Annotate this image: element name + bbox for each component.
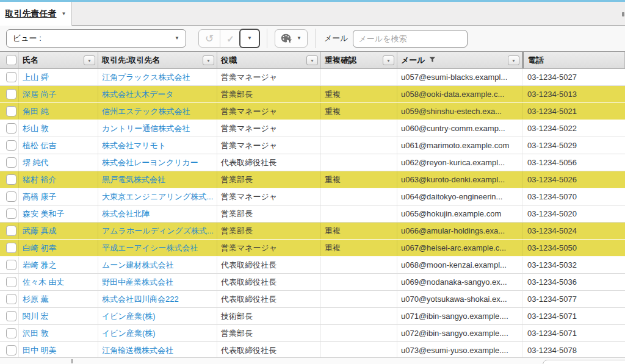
contact-name-link[interactable]: 堺 純代 — [23, 157, 49, 168]
account-name-link[interactable]: 江角輸送機株式会社 — [102, 345, 173, 356]
dup-cell — [321, 120, 397, 137]
contact-name-link[interactable]: 上山 舜 — [23, 72, 49, 83]
column-menu-button[interactable]: ▼ — [84, 55, 95, 65]
email-search-label: メール — [324, 33, 349, 44]
account-name-link[interactable]: 黒戸電気株式会社 — [102, 174, 165, 185]
row-checkbox[interactable] — [6, 123, 16, 134]
title-cell: 代表取締役社長 — [217, 274, 321, 290]
row-checkbox[interactable] — [6, 140, 16, 151]
confirm-button[interactable]: ✓ — [220, 30, 240, 47]
title-cell: 営業マネージャ — [217, 120, 321, 137]
table-row[interactable]: 堺 純代株式会社レーヨンクリカー代表取締役社長u062@reyon-kurica… — [0, 154, 625, 171]
row-checkbox[interactable] — [6, 243, 16, 253]
table-row[interactable]: 岩崎 雅之ムーン建材株式会社代表取締役社長u068@moon-kenzai.ex… — [0, 257, 625, 274]
table-row[interactable]: 田中 明美江角輸送機株式会社代表取締役社長u073@esumi-yuso.exa… — [0, 342, 625, 359]
contact-name-link[interactable]: 角田 純 — [23, 106, 49, 117]
tab-contacts[interactable]: 取引先責任者 ▼ — [0, 2, 72, 26]
contact-name-link[interactable]: 関川 宏 — [23, 311, 49, 322]
table-row[interactable]: 沢田 敦イビン産業(株)営業部長u072@ibin-sangyo.example… — [0, 325, 625, 342]
actions-dropdown-button[interactable]: ▼ — [239, 29, 260, 48]
contact-name-link[interactable]: 猪村 裕介 — [23, 174, 57, 185]
contact-name-link[interactable]: 深居 尚子 — [23, 89, 57, 100]
table-row[interactable]: 佐々木 由丈野田中産業株式会社代表取締役社長u069@nodanaka-sang… — [0, 274, 625, 291]
contact-name-link[interactable]: 岩崎 雅之 — [23, 260, 57, 271]
select-all-checkbox[interactable] — [6, 55, 16, 65]
row-checkbox[interactable] — [6, 260, 16, 270]
row-checkbox[interactable] — [6, 209, 16, 219]
contact-name-link[interactable]: 沢田 敦 — [23, 328, 49, 339]
app-window: 取引先責任者 ▼ ビュー : ▼ ↺ ✓ ▼ — [0, 0, 625, 364]
email-text: u057@esumi-blacks.exampl... — [401, 73, 507, 82]
account-name-link[interactable]: 株式会社四川商会222 — [102, 294, 179, 305]
email-cell: u057@esumi-blacks.exampl... — [397, 69, 522, 85]
email-search-input[interactable] — [353, 30, 468, 48]
view-selector[interactable]: ビュー : ▼ — [6, 29, 186, 48]
column-header-name[interactable]: 氏名▼ — [19, 52, 98, 68]
column-header-title[interactable]: 役職▼ — [217, 52, 321, 68]
contact-name-link[interactable]: 杉原 薫 — [23, 294, 49, 305]
row-checkbox[interactable] — [6, 157, 16, 168]
table-row[interactable]: 関川 宏イビン産業(株)技術部長u071@ibin-sangyo.example… — [0, 308, 625, 325]
row-checkbox[interactable] — [6, 226, 16, 236]
row-checkbox[interactable] — [6, 72, 16, 82]
table-row[interactable]: 杉原 薫株式会社四川商会222代表取締役社長u070@yotsukawa-sho… — [0, 291, 625, 308]
table-row[interactable]: 武藤 真成アムラホールディングズ株式...営業部長重複u066@amular-h… — [0, 223, 625, 240]
row-checkbox[interactable] — [6, 294, 16, 304]
table-row[interactable]: 森安 美和子株式会社北陣営業部長u065@hokujin.example.com… — [0, 205, 625, 223]
row-checkbox[interactable] — [6, 89, 16, 99]
contact-name-link[interactable]: 森安 美和子 — [23, 209, 65, 219]
row-checkbox[interactable] — [6, 191, 16, 202]
table-row[interactable]: 深居 尚子株式会社大木データ営業部長重複u058@ooki-data.examp… — [0, 86, 625, 103]
account-name-link[interactable]: 信州エステック株式会社 — [102, 106, 190, 117]
account-name-link[interactable]: アムラホールディングズ株式... — [102, 226, 214, 237]
highlight-filter-button[interactable]: ▼ — [275, 29, 308, 48]
column-header-dup[interactable]: 重複確認▼ — [321, 52, 397, 68]
account-name-link[interactable]: 株式会社マリモト — [102, 140, 166, 151]
account-name-link[interactable]: 江角プラックス株式会社 — [102, 72, 190, 83]
account-name-link[interactable]: 株式会社北陣 — [102, 209, 150, 219]
account-name-link[interactable]: イビン産業(株) — [102, 311, 156, 322]
table-row[interactable]: 杉山 敦カントリー通信株式会社営業マネージャu060@cuntry-comm.e… — [0, 120, 625, 137]
row-checkbox[interactable] — [6, 311, 16, 321]
scrollbar-thumb[interactable] — [543, 360, 625, 364]
contact-name-link[interactable]: 武藤 真成 — [23, 226, 57, 237]
row-checkbox[interactable] — [6, 277, 16, 287]
account-name-link[interactable]: 大東京エンジニアリング株式... — [102, 191, 213, 202]
row-checkbox[interactable] — [6, 328, 16, 338]
contact-name-link[interactable]: 白崎 初幸 — [23, 243, 57, 254]
account-name-link[interactable]: カントリー通信株式会社 — [102, 123, 190, 134]
contact-name-link[interactable]: 佐々木 由丈 — [23, 277, 65, 288]
column-header-email[interactable]: メール▼ — [397, 52, 522, 68]
contact-name-link[interactable]: 田中 明美 — [23, 345, 57, 356]
table-row[interactable]: 植松 伝吉株式会社マリモト営業マネージャu061@marimoto.exampl… — [0, 137, 625, 154]
contact-name-link[interactable]: 植松 伝吉 — [23, 140, 57, 151]
account-name-link[interactable]: 株式会社レーヨンクリカー — [102, 157, 198, 168]
account-name-link[interactable]: イビン産業(株) — [102, 328, 156, 339]
account-name-link[interactable]: 株式会社大木データ — [102, 89, 174, 100]
column-header-account[interactable]: 取引先:取引先名▼ — [98, 52, 217, 68]
table-row[interactable]: 上山 舜江角プラックス株式会社営業マネージャu057@esumi-blacks.… — [0, 69, 625, 86]
email-text: u066@amular-holdings.exa... — [401, 226, 505, 235]
column-menu-button[interactable]: ▼ — [508, 55, 519, 65]
table-row[interactable]: 高橋 康子大東京エンジニアリング株式...営業マネージャu064@daitoky… — [0, 188, 625, 205]
column-menu-button[interactable]: ▼ — [203, 55, 214, 65]
row-checkbox[interactable] — [6, 174, 16, 185]
row-checkbox-cell — [0, 342, 19, 359]
account-name-link[interactable]: ムーン建材株式会社 — [102, 260, 174, 271]
row-checkbox[interactable] — [6, 106, 16, 116]
column-menu-button[interactable]: ▼ — [383, 55, 394, 65]
undo-button[interactable]: ↺ — [199, 30, 220, 47]
column-menu-button[interactable]: ▼ — [306, 55, 318, 65]
undo-icon: ↺ — [205, 34, 214, 44]
table-row[interactable]: 角田 純信州エステック株式会社営業マネージャ重複u059@shinshu-est… — [0, 103, 625, 120]
row-checkbox[interactable] — [6, 345, 16, 355]
column-header-phone[interactable]: 電話 — [522, 52, 625, 68]
account-name-link[interactable]: 野田中産業株式会社 — [102, 277, 173, 288]
title-cell: 代表取締役社長 — [217, 342, 321, 359]
horizontal-scrollbar[interactable] — [0, 357, 625, 364]
table-row[interactable]: 白崎 初幸平成エーアイシー株式会社営業マネージャ重複u067@heisei-ar… — [0, 240, 625, 257]
table-row[interactable]: 猪村 裕介黒戸電気株式会社営業部長重複u063@kuroto-denki.exa… — [0, 171, 625, 188]
contact-name-link[interactable]: 杉山 敦 — [23, 123, 49, 134]
contact-name-link[interactable]: 高橋 康子 — [23, 191, 57, 202]
account-name-link[interactable]: 平成エーアイシー株式会社 — [102, 243, 198, 254]
